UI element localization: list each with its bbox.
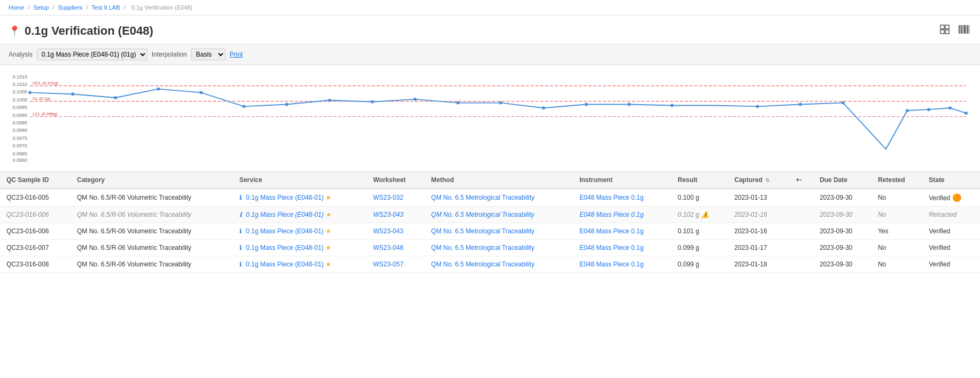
star-icon: ★ — [325, 211, 331, 218]
cell-method: QM No. 6.5 Metrological Traceability — [425, 256, 573, 273]
interpolation-select[interactable]: Basis Linear Cubic — [191, 49, 225, 60]
service-link[interactable]: 0.1g Mass Piece (E048-01) — [246, 261, 323, 268]
worksheet-link[interactable]: WS23-057 — [373, 261, 403, 268]
grid-view-button[interactable] — [937, 22, 952, 40]
method-link[interactable]: QM No. 6.5 Metrological Traceability — [431, 211, 534, 218]
star-icon: ★ — [325, 244, 331, 251]
cell-qc-sample-id: QC23-016-006 — [0, 207, 71, 223]
cell-service: ℹ 0.1g Mass Piece (E048-01) ★ — [233, 240, 367, 256]
worksheet-link[interactable]: WS23-043 — [373, 227, 403, 235]
cell-plusminus — [789, 188, 813, 207]
svg-point-45 — [670, 104, 673, 107]
cell-worksheet: WS23-043 — [367, 207, 425, 223]
col-header-qc-sample-id: QC Sample ID — [0, 172, 71, 188]
svg-rect-0 — [940, 25, 944, 29]
print-button[interactable]: Print — [230, 51, 243, 58]
svg-text:0.0960: 0.0960 — [13, 158, 28, 163]
cell-plusminus — [789, 207, 813, 223]
info-icon: ℹ — [239, 194, 242, 201]
svg-point-40 — [456, 101, 460, 105]
analysis-select[interactable]: 0.1g Mass Piece (E048-01) (01g) — [37, 49, 147, 60]
svg-text:Thu 19: Thu 19 — [269, 166, 283, 167]
svg-text:Jan 29: Jan 29 — [577, 166, 590, 167]
breadcrumb: Home / Setup / Suppliers / Test It LAB /… — [0, 0, 980, 15]
instrument-link[interactable]: E048 Mass Piece 0.1g — [579, 194, 643, 201]
method-link[interactable]: QM No. 6.5 Metrological Traceability — [431, 244, 534, 251]
svg-point-33 — [157, 88, 160, 91]
svg-text:0.1015: 0.1015 — [13, 74, 28, 80]
star-icon: ★ — [325, 194, 331, 201]
method-link[interactable]: QM No. 6.5 Metrological Traceability — [431, 227, 534, 235]
cell-category: QM No. 6.5/R-06 Volumetric Traceability — [71, 223, 233, 240]
service-link[interactable]: 0.1g Mass Piece (E048-01) — [246, 194, 323, 201]
service-link[interactable]: 0.1g Mass Piece (E048-01) — [246, 244, 323, 251]
cell-method: QM No. 6.5 Metrological Traceability — [425, 207, 573, 223]
svg-text:LCL (0.099g): LCL (0.099g) — [33, 112, 58, 116]
method-link[interactable]: QM No. 6.5 Metrological Traceability — [431, 261, 534, 268]
cell-result: 0.100 g — [671, 188, 728, 207]
breadcrumb-suppliers[interactable]: Suppliers — [58, 4, 82, 11]
cell-service: ℹ 0.1g Mass Piece (E048-01) ★ — [233, 223, 367, 240]
svg-text:Fri 13: Fri 13 — [86, 166, 97, 167]
instrument-link[interactable]: E048 Mass Piece 0.1g — [579, 211, 643, 218]
method-link[interactable]: QM No. 6.5 Metrological Traceability — [431, 194, 534, 201]
svg-point-46 — [756, 105, 759, 108]
svg-rect-11 — [969, 25, 969, 34]
service-link[interactable]: 0.1g Mass Piece (E048-01) — [246, 211, 323, 218]
svg-text:0.0970: 0.0970 — [13, 144, 28, 149]
svg-point-39 — [414, 98, 417, 101]
svg-point-36 — [285, 103, 289, 106]
worksheet-link[interactable]: WS23-048 — [373, 244, 403, 251]
cell-result: 0.099 g — [671, 256, 728, 273]
col-header-due-date: Due Date — [813, 172, 872, 188]
worksheet-link[interactable]: WS23-032 — [373, 194, 403, 201]
cell-captured: 2023-01-16 — [728, 223, 789, 240]
svg-point-44 — [627, 103, 631, 106]
svg-text:Tue 07: Tue 07 — [885, 166, 898, 167]
breadcrumb-setup[interactable]: Setup — [34, 4, 49, 11]
cell-captured: 2023-01-18 — [728, 256, 789, 273]
svg-text:Tue 17: Tue 17 — [208, 166, 221, 167]
location-icon: 📍 — [9, 25, 20, 37]
page-title: 0.1g Verification (E048) — [25, 24, 937, 38]
svg-point-37 — [328, 99, 331, 102]
breadcrumb-testlab[interactable]: Test It LAB — [91, 4, 120, 11]
cell-state: Retracted — [922, 207, 980, 223]
table-body: QC23-016-005 QM No. 6.5/R-06 Volumetric … — [0, 188, 980, 273]
cell-instrument: E048 Mass Piece 0.1g — [573, 240, 671, 256]
svg-text:Feb 05: Feb 05 — [823, 166, 837, 167]
col-header-category: Category — [71, 172, 233, 188]
svg-text:0.1005: 0.1005 — [13, 89, 28, 94]
svg-text:CL (0.1g): CL (0.1g) — [33, 96, 50, 101]
cell-worksheet: WS23-043 — [367, 223, 425, 240]
info-icon: ℹ — [239, 244, 242, 251]
cell-service: ℹ 0.1g Mass Piece (E048-01) ★ — [233, 207, 367, 223]
svg-point-31 — [71, 92, 74, 96]
col-header-result: Result — [671, 172, 728, 188]
instrument-link[interactable]: E048 Mass Piece 0.1g — [579, 244, 643, 251]
results-table: QC Sample ID Category Service Worksheet … — [0, 172, 980, 273]
svg-point-49 — [906, 109, 909, 112]
service-link[interactable]: 0.1g Mass Piece (E048-01) — [246, 227, 323, 235]
cell-retested: No — [872, 256, 922, 273]
cell-qc-sample-id: QC23-016-005 — [0, 188, 71, 207]
breadcrumb-home[interactable]: Home — [9, 4, 24, 11]
svg-point-51 — [948, 106, 952, 109]
cell-service: ℹ 0.1g Mass Piece (E048-01) ★ — [233, 188, 367, 207]
svg-text:Mon 23: Mon 23 — [392, 166, 406, 167]
worksheet-link[interactable]: WS23-043 — [373, 211, 403, 218]
instrument-link[interactable]: E048 Mass Piece 0.1g — [579, 261, 643, 268]
svg-text:February: February — [698, 166, 715, 167]
cell-captured: 2023-01-17 — [728, 240, 789, 256]
barcode-button[interactable] — [956, 22, 971, 40]
col-header-service: Service — [233, 172, 367, 188]
cell-captured: 2023-01-13 — [728, 188, 789, 207]
col-header-instrument: Instrument — [573, 172, 671, 188]
instrument-link[interactable]: E048 Mass Piece 0.1g — [579, 227, 643, 235]
cell-retested: No — [872, 188, 922, 207]
data-table-section: QC Sample ID Category Service Worksheet … — [0, 172, 980, 273]
cell-retested: Yes — [872, 223, 922, 240]
table-row: QC23-016-008 QM No. 6.5/R-06 Volumetric … — [0, 256, 980, 273]
cell-worksheet: WS23-057 — [367, 256, 425, 273]
cell-worksheet: WS23-032 — [367, 188, 425, 207]
